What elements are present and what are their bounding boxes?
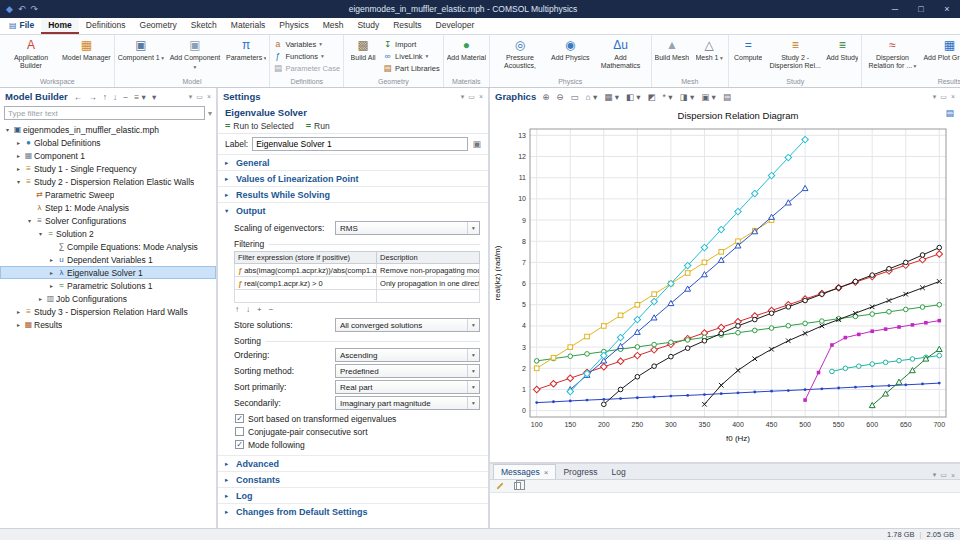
zoom-in-icon[interactable]: ⊕ <box>542 92 549 102</box>
tree-item-eigenvalue-solver-1[interactable]: ▸λEigenvalue Solver 1 <box>0 266 216 279</box>
description-cell[interactable]: Remove non-propagating modes <box>377 264 480 277</box>
description-cell[interactable] <box>377 290 480 303</box>
filter-row[interactable]: ƒreal(comp1.acpr.kz) > 0Only propagation… <box>235 277 480 290</box>
dispersion-relation-plot-button[interactable]: ≈Dispersion Relation for ... ▾ <box>863 36 921 77</box>
collapse-all-icon[interactable]: − <box>123 92 128 102</box>
expand-arrow-icon[interactable]: ▸ <box>47 282 56 289</box>
select-sort-primarily[interactable]: Real part▾ <box>335 380 480 394</box>
section-values-of-linearization-point[interactable]: ▸Values of Linearization Point <box>218 170 488 186</box>
add-component-button[interactable]: ▣Add Component ▾ <box>166 36 224 77</box>
expand-arrow-icon[interactable]: ▸ <box>36 295 45 302</box>
pressure-acoustics-button[interactable]: ◎Pressure Acoustics, Freq... ▾ <box>491 36 549 77</box>
scene-light-icon[interactable]: * ▾ <box>663 92 673 102</box>
run-button[interactable]: =Run <box>306 121 330 131</box>
rename-icon[interactable]: ▣ <box>472 139 481 149</box>
expand-arrow-icon[interactable]: ▸ <box>47 269 56 276</box>
mesh-1-button[interactable]: △Mesh 1 ▾ <box>691 36 727 77</box>
menu-tab-mesh[interactable]: Mesh <box>316 18 351 34</box>
functions-button[interactable]: ƒFunctions▾ <box>273 51 340 61</box>
panel-close-icon[interactable]: × <box>207 93 211 101</box>
select-ordering[interactable]: Ascending▾ <box>335 348 480 362</box>
add-material-button[interactable]: ●Add Material <box>445 36 488 77</box>
move-up-icon[interactable]: ↑ <box>235 305 239 314</box>
add-physics-button[interactable]: ◉Add Physics <box>549 36 592 77</box>
application-builder-button[interactable]: AApplication Builder <box>2 36 60 77</box>
scaling-select[interactable]: RMS ▾ <box>335 221 480 235</box>
panel-menu-icon[interactable]: ▾ <box>189 93 193 101</box>
expand-arrow-icon[interactable]: ▸ <box>47 256 56 263</box>
move-down-icon[interactable]: ↓ <box>113 92 117 102</box>
comsol-logo-icon[interactable]: ◆ <box>6 4 13 14</box>
plot-menu-icon[interactable]: ▤ <box>945 108 954 118</box>
add-row-icon[interactable]: + <box>257 305 262 314</box>
filter-funnel-icon[interactable]: ▾ <box>208 109 212 118</box>
tree-filter-input[interactable] <box>4 106 205 120</box>
panel-float-icon[interactable]: ▭ <box>940 471 947 479</box>
store-select[interactable]: All converged solutions ▾ <box>335 318 480 332</box>
panel-menu-icon[interactable]: ▾ <box>933 471 937 479</box>
filter-expression-cell[interactable] <box>235 290 377 303</box>
filter-row-empty[interactable] <box>235 290 480 303</box>
select-secondarily[interactable]: Imaginary part magnitude▾ <box>335 396 480 410</box>
panel-float-icon[interactable]: ▭ <box>468 93 475 101</box>
tree-item-dependent-variables-1[interactable]: ▸uDependent Variables 1 <box>0 253 216 266</box>
tree-item-solution-2[interactable]: ▾=Solution 2 <box>0 227 216 240</box>
parameters-button[interactable]: πParameters ▾ <box>224 36 268 77</box>
panel-close-icon[interactable]: × <box>479 93 483 101</box>
panel-menu-icon[interactable]: ▾ <box>933 93 937 101</box>
build-all-button[interactable]: ▩Build All <box>345 36 381 77</box>
import-button[interactable]: ↧Import <box>383 39 440 49</box>
tree-item-study-2-dispersion-relation-elastic-walls[interactable]: ▾≡Study 2 - Dispersion Relation Elastic … <box>0 175 216 188</box>
collapse-arrow-icon[interactable]: ▾ <box>3 126 12 133</box>
section-constants[interactable]: ▸Constants <box>218 471 488 487</box>
tab-progress[interactable]: Progress <box>556 464 604 479</box>
section-general[interactable]: ▸General <box>218 154 488 170</box>
menu-tab-results[interactable]: Results <box>386 18 428 34</box>
menu-tab-study[interactable]: Study <box>350 18 386 34</box>
collapse-arrow-icon[interactable]: ▾ <box>36 230 45 237</box>
dispersion-chart[interactable]: 1001502002503003504004505005506006507000… <box>490 105 960 462</box>
expand-arrow-icon[interactable]: ▸ <box>14 308 23 315</box>
tree-item-global-definitions[interactable]: ▸●Global Definitions <box>0 136 216 149</box>
copy-icon[interactable] <box>514 482 521 490</box>
expand-arrow-icon[interactable]: ▸ <box>14 139 23 146</box>
tree-item-compile-equations-mode-analysis[interactable]: ∑Compile Equations: Mode Analysis <box>0 240 216 253</box>
zoom-extents-icon[interactable]: ▭ <box>570 92 578 102</box>
view-menu-icon[interactable]: ▾ <box>152 92 156 102</box>
checkbox-icon[interactable]: ✓ <box>235 440 244 449</box>
checkbox-mode-following[interactable]: ✓Mode following <box>235 438 480 451</box>
parameter-case-button[interactable]: ▤Parameter Case <box>273 63 340 73</box>
tree-item-eigenmodes-in-muffler-elastic-mph[interactable]: ▾▣eigenmodes_in_muffler_elastic.mph <box>0 123 216 136</box>
camera-icon[interactable]: ▣ ▾ <box>701 92 716 102</box>
tree-item-component-1[interactable]: ▸▦Component 1 <box>0 149 216 162</box>
axis-grid-icon[interactable]: ▦ ▾ <box>604 92 619 102</box>
filter-expression-cell[interactable]: ƒreal(comp1.acpr.kz) > 0 <box>235 277 377 290</box>
model-manager-button[interactable]: ▦Model Manager <box>60 36 113 77</box>
section-results-while-solving[interactable]: ▸Results While Solving <box>218 186 488 202</box>
variables-button[interactable]: aVariables▾ <box>273 39 340 49</box>
build-mesh-button[interactable]: ▲Build Mesh <box>653 36 692 77</box>
study-2-button[interactable]: ≡Study 2 - Dispersion Rel... ▾ <box>766 36 824 77</box>
tree-item-job-configurations[interactable]: ▸▥Job Configurations <box>0 292 216 305</box>
tab-messages[interactable]: Messages× <box>493 464 556 479</box>
back-icon[interactable]: ← <box>74 92 83 102</box>
run-to-selected-button[interactable]: =Run to Selected <box>225 121 294 131</box>
color-icon[interactable]: ◨ ▾ <box>680 92 695 102</box>
select-icon[interactable]: ◧ ▾ <box>626 92 641 102</box>
section-output[interactable]: ▾ Output <box>218 202 488 218</box>
select-sorting-method[interactable]: Predefined▾ <box>335 364 480 378</box>
transparency-icon[interactable]: ◩ <box>648 92 656 102</box>
menu-tab-file[interactable]: ▤File <box>2 18 41 34</box>
description-cell[interactable]: Only propagation in one direction <box>377 277 480 290</box>
checkbox-sort-based-on-transformed-eigenvalues[interactable]: ✓Sort based on transformed eigenvalues <box>235 412 480 425</box>
livelink-button[interactable]: ∞LiveLink▾ <box>383 51 440 61</box>
move-up-icon[interactable]: ↑ <box>103 92 107 102</box>
menu-tab-definitions[interactable]: Definitions <box>79 18 133 34</box>
menu-tab-physics[interactable]: Physics <box>272 18 315 34</box>
default-view-icon[interactable]: ⌂ ▾ <box>585 92 597 102</box>
print-icon[interactable]: ▤ <box>723 92 731 102</box>
section-changes-from-default-settings[interactable]: ▸Changes from Default Settings <box>218 503 488 519</box>
panel-close-icon[interactable]: × <box>951 472 955 479</box>
tree-item-results[interactable]: ▸▦Results <box>0 318 216 331</box>
expand-arrow-icon[interactable]: ▸ <box>14 152 23 159</box>
